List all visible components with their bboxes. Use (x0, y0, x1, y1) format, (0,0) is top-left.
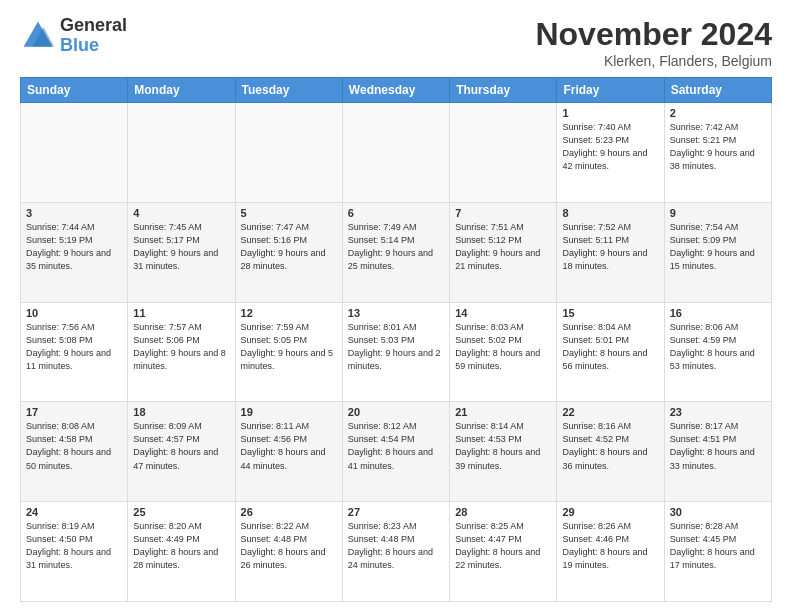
day-info: Sunrise: 7:44 AM Sunset: 5:19 PM Dayligh… (26, 221, 122, 273)
calendar-cell: 9Sunrise: 7:54 AM Sunset: 5:09 PM Daylig… (664, 202, 771, 302)
day-number: 3 (26, 207, 122, 219)
day-number: 22 (562, 406, 658, 418)
day-number: 8 (562, 207, 658, 219)
day-info: Sunrise: 8:14 AM Sunset: 4:53 PM Dayligh… (455, 420, 551, 472)
calendar-cell: 11Sunrise: 7:57 AM Sunset: 5:06 PM Dayli… (128, 302, 235, 402)
calendar-cell: 4Sunrise: 7:45 AM Sunset: 5:17 PM Daylig… (128, 202, 235, 302)
day-number: 20 (348, 406, 444, 418)
calendar-cell: 10Sunrise: 7:56 AM Sunset: 5:08 PM Dayli… (21, 302, 128, 402)
day-number: 25 (133, 506, 229, 518)
calendar-cell (21, 103, 128, 203)
calendar-cell: 24Sunrise: 8:19 AM Sunset: 4:50 PM Dayli… (21, 502, 128, 602)
day-info: Sunrise: 7:57 AM Sunset: 5:06 PM Dayligh… (133, 321, 229, 373)
calendar-cell: 17Sunrise: 8:08 AM Sunset: 4:58 PM Dayli… (21, 402, 128, 502)
day-info: Sunrise: 8:03 AM Sunset: 5:02 PM Dayligh… (455, 321, 551, 373)
day-number: 23 (670, 406, 766, 418)
day-number: 4 (133, 207, 229, 219)
calendar-cell: 21Sunrise: 8:14 AM Sunset: 4:53 PM Dayli… (450, 402, 557, 502)
day-number: 30 (670, 506, 766, 518)
day-number: 1 (562, 107, 658, 119)
day-info: Sunrise: 8:08 AM Sunset: 4:58 PM Dayligh… (26, 420, 122, 472)
day-number: 21 (455, 406, 551, 418)
day-info: Sunrise: 7:59 AM Sunset: 5:05 PM Dayligh… (241, 321, 337, 373)
day-info: Sunrise: 7:56 AM Sunset: 5:08 PM Dayligh… (26, 321, 122, 373)
calendar-cell: 8Sunrise: 7:52 AM Sunset: 5:11 PM Daylig… (557, 202, 664, 302)
day-number: 11 (133, 307, 229, 319)
title-block: November 2024 Klerken, Flanders, Belgium (535, 16, 772, 69)
calendar-week-row: 24Sunrise: 8:19 AM Sunset: 4:50 PM Dayli… (21, 502, 772, 602)
day-info: Sunrise: 8:09 AM Sunset: 4:57 PM Dayligh… (133, 420, 229, 472)
day-number: 26 (241, 506, 337, 518)
day-info: Sunrise: 8:22 AM Sunset: 4:48 PM Dayligh… (241, 520, 337, 572)
calendar-cell: 22Sunrise: 8:16 AM Sunset: 4:52 PM Dayli… (557, 402, 664, 502)
day-number: 24 (26, 506, 122, 518)
calendar-cell: 23Sunrise: 8:17 AM Sunset: 4:51 PM Dayli… (664, 402, 771, 502)
day-info: Sunrise: 8:17 AM Sunset: 4:51 PM Dayligh… (670, 420, 766, 472)
calendar-cell: 26Sunrise: 8:22 AM Sunset: 4:48 PM Dayli… (235, 502, 342, 602)
calendar-cell (235, 103, 342, 203)
calendar-cell: 30Sunrise: 8:28 AM Sunset: 4:45 PM Dayli… (664, 502, 771, 602)
logo-blue: Blue (60, 36, 127, 56)
day-number: 15 (562, 307, 658, 319)
weekday-header-saturday: Saturday (664, 78, 771, 103)
day-info: Sunrise: 7:40 AM Sunset: 5:23 PM Dayligh… (562, 121, 658, 173)
calendar-cell: 5Sunrise: 7:47 AM Sunset: 5:16 PM Daylig… (235, 202, 342, 302)
calendar-cell: 7Sunrise: 7:51 AM Sunset: 5:12 PM Daylig… (450, 202, 557, 302)
calendar-week-row: 1Sunrise: 7:40 AM Sunset: 5:23 PM Daylig… (21, 103, 772, 203)
logo-general: General (60, 16, 127, 36)
day-number: 17 (26, 406, 122, 418)
day-info: Sunrise: 8:06 AM Sunset: 4:59 PM Dayligh… (670, 321, 766, 373)
calendar-cell: 20Sunrise: 8:12 AM Sunset: 4:54 PM Dayli… (342, 402, 449, 502)
calendar-cell: 13Sunrise: 8:01 AM Sunset: 5:03 PM Dayli… (342, 302, 449, 402)
day-info: Sunrise: 8:25 AM Sunset: 4:47 PM Dayligh… (455, 520, 551, 572)
day-info: Sunrise: 7:49 AM Sunset: 5:14 PM Dayligh… (348, 221, 444, 273)
day-number: 27 (348, 506, 444, 518)
day-number: 19 (241, 406, 337, 418)
day-info: Sunrise: 8:23 AM Sunset: 4:48 PM Dayligh… (348, 520, 444, 572)
day-info: Sunrise: 8:12 AM Sunset: 4:54 PM Dayligh… (348, 420, 444, 472)
day-info: Sunrise: 7:47 AM Sunset: 5:16 PM Dayligh… (241, 221, 337, 273)
day-info: Sunrise: 8:19 AM Sunset: 4:50 PM Dayligh… (26, 520, 122, 572)
calendar-cell: 1Sunrise: 7:40 AM Sunset: 5:23 PM Daylig… (557, 103, 664, 203)
calendar-cell: 15Sunrise: 8:04 AM Sunset: 5:01 PM Dayli… (557, 302, 664, 402)
calendar-cell (450, 103, 557, 203)
weekday-header-monday: Monday (128, 78, 235, 103)
calendar-cell: 27Sunrise: 8:23 AM Sunset: 4:48 PM Dayli… (342, 502, 449, 602)
calendar-cell: 2Sunrise: 7:42 AM Sunset: 5:21 PM Daylig… (664, 103, 771, 203)
day-info: Sunrise: 8:04 AM Sunset: 5:01 PM Dayligh… (562, 321, 658, 373)
calendar-cell: 3Sunrise: 7:44 AM Sunset: 5:19 PM Daylig… (21, 202, 128, 302)
calendar-cell: 12Sunrise: 7:59 AM Sunset: 5:05 PM Dayli… (235, 302, 342, 402)
logo: General Blue (20, 16, 127, 56)
day-info: Sunrise: 7:45 AM Sunset: 5:17 PM Dayligh… (133, 221, 229, 273)
day-number: 14 (455, 307, 551, 319)
weekday-header-friday: Friday (557, 78, 664, 103)
day-info: Sunrise: 8:01 AM Sunset: 5:03 PM Dayligh… (348, 321, 444, 373)
day-number: 29 (562, 506, 658, 518)
day-info: Sunrise: 7:51 AM Sunset: 5:12 PM Dayligh… (455, 221, 551, 273)
location: Klerken, Flanders, Belgium (535, 53, 772, 69)
day-info: Sunrise: 7:42 AM Sunset: 5:21 PM Dayligh… (670, 121, 766, 173)
weekday-header-wednesday: Wednesday (342, 78, 449, 103)
logo-text: General Blue (60, 16, 127, 56)
month-title: November 2024 (535, 16, 772, 53)
day-number: 12 (241, 307, 337, 319)
calendar-cell: 28Sunrise: 8:25 AM Sunset: 4:47 PM Dayli… (450, 502, 557, 602)
day-number: 13 (348, 307, 444, 319)
weekday-header-tuesday: Tuesday (235, 78, 342, 103)
day-number: 28 (455, 506, 551, 518)
day-number: 9 (670, 207, 766, 219)
day-number: 10 (26, 307, 122, 319)
calendar-cell: 29Sunrise: 8:26 AM Sunset: 4:46 PM Dayli… (557, 502, 664, 602)
calendar-cell: 18Sunrise: 8:09 AM Sunset: 4:57 PM Dayli… (128, 402, 235, 502)
calendar-table: SundayMondayTuesdayWednesdayThursdayFrid… (20, 77, 772, 602)
calendar-week-row: 17Sunrise: 8:08 AM Sunset: 4:58 PM Dayli… (21, 402, 772, 502)
weekday-header-row: SundayMondayTuesdayWednesdayThursdayFrid… (21, 78, 772, 103)
calendar-week-row: 3Sunrise: 7:44 AM Sunset: 5:19 PM Daylig… (21, 202, 772, 302)
day-info: Sunrise: 7:52 AM Sunset: 5:11 PM Dayligh… (562, 221, 658, 273)
page: General Blue November 2024 Klerken, Flan… (0, 0, 792, 612)
calendar-cell (342, 103, 449, 203)
day-info: Sunrise: 8:20 AM Sunset: 4:49 PM Dayligh… (133, 520, 229, 572)
day-info: Sunrise: 8:11 AM Sunset: 4:56 PM Dayligh… (241, 420, 337, 472)
day-number: 7 (455, 207, 551, 219)
day-number: 16 (670, 307, 766, 319)
